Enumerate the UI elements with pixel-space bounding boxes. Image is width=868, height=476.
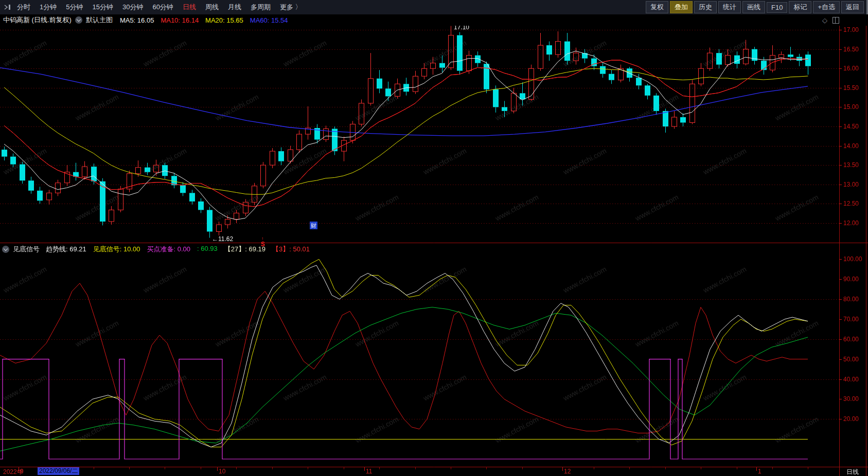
chevron-down-icon[interactable] [2,246,9,253]
menubar-items: 分时1分钟5分钟15分钟30分钟60分钟日线周线月线多周期更多 〉 [12,3,307,12]
timeline-date-box: 2022/09/06/二 [38,467,79,475]
menu-item-monthly[interactable]: 月线 [228,3,241,12]
ma-value-1: MA10: 16.14 [161,16,199,24]
huaxian-button[interactable]: 画线 [742,1,765,13]
indicator-field-0: 趋势线: 69.21 [46,245,86,254]
chevron-down-icon[interactable] [75,16,82,24]
stock-chart-app: 分时1分钟5分钟15分钟30分钟60分钟日线周线月线多周期更多 〉 复权叠加历史… [0,0,868,476]
biaoji-button[interactable]: 标记 [789,1,811,13]
indicator-header: 见底信号 趋势线: 69.21见底信号: 10.00买点准备: 0.00: 60… [0,244,316,255]
timeline-month-10: 10 [219,468,225,475]
timeline-month-12: 12 [564,468,571,475]
menu-item-more[interactable]: 更多 〉 [280,3,302,12]
diamond-icon[interactable]: ◇ [822,16,827,24]
tongji-button[interactable]: 统计 [718,1,741,13]
indicator-field-2: 买点准备: 0.00 [147,245,191,254]
timeline-month-11: 11 [366,468,372,475]
indicator-field-5: 【3】: 50.01 [272,245,310,254]
main-chart-header: 中钨高新 (日线.前复权) 默认主图 MA5: 16.05MA10: 16.14… [0,14,868,26]
menu-item-multi[interactable]: 多周期 [251,3,271,12]
diejia-button[interactable]: 叠加 [670,1,693,13]
menu-item-fenshi[interactable]: 分时 [17,3,30,12]
timeline-month-9: 9 [20,468,24,475]
collapse-panel-icon[interactable] [3,4,11,11]
top-menubar: 分时1分钟5分钟15分钟30分钟60分钟日线周线月线多周期更多 〉 复权叠加历史… [0,0,868,14]
menu-item-5min[interactable]: 5分钟 [66,3,83,12]
stock-title: 中钨高新 (日线.前复权) [3,15,72,25]
fanhui-button[interactable]: 返回 [841,1,864,13]
menu-item-daily[interactable]: 日线 [183,3,196,12]
menu-item-30min[interactable]: 30分钟 [122,3,143,12]
ma-value-2: MA20: 15.65 [205,16,243,24]
timeline: 2022年 2022/09/06/二 91011121 日线 [0,467,868,476]
ma-value-0: MA5: 16.05 [120,16,154,24]
ma-value-3: MA60: 15.54 [250,16,288,24]
chart-canvas[interactable] [0,0,868,476]
indicator-field-4: 【27】: 69.19 [224,245,265,254]
f10-button[interactable]: F10 [767,2,787,13]
menu-item-60min[interactable]: 60分钟 [152,3,173,12]
indicator-field-1: 见底信号: 10.00 [93,245,140,254]
timeline-month-1: 1 [758,468,761,475]
period-label[interactable]: 日线 [846,468,859,476]
menubar-buttons: 复权叠加历史统计画线F10标记+自选返回 [644,1,867,13]
zixuan-button[interactable]: +自选 [813,1,840,13]
menu-item-1min[interactable]: 1分钟 [40,3,57,12]
main-view-label[interactable]: 默认主图 [86,15,113,25]
ma-values: MA5: 16.05MA10: 16.14MA20: 15.65MA60: 15… [120,16,295,24]
indicator-values: 趋势线: 69.21见底信号: 10.00买点准备: 0.00: 60.93【2… [46,245,316,254]
fuquan-button[interactable]: 复权 [646,1,668,13]
menu-item-weekly[interactable]: 周线 [205,3,219,12]
menu-item-15min[interactable]: 15分钟 [92,3,113,12]
indicator-name[interactable]: 见底信号 [13,245,40,254]
lishi-button[interactable]: 历史 [694,1,717,13]
split-window-icon[interactable] [832,17,839,24]
indicator-field-3: : 60.93 [197,245,218,254]
